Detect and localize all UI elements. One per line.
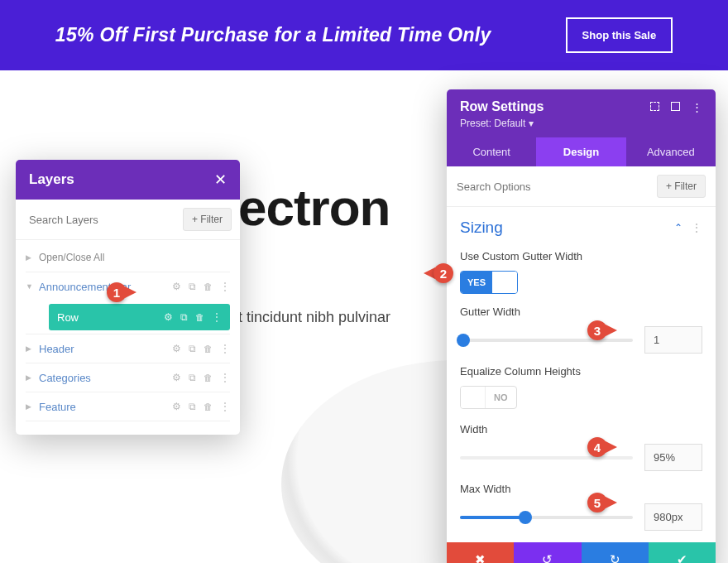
field-width: Width 95% (447, 415, 716, 474)
save-button[interactable]: ✔ (649, 542, 716, 563)
chevron-up-icon: ⌃ (674, 222, 682, 233)
layers-list: ▶ Open/Close All ▼ Announcement Bar Row (16, 240, 240, 435)
chevron-right-icon: ▶ (26, 402, 34, 411)
cancel-button[interactable]: ✖ (447, 542, 514, 563)
expand-icon[interactable] (650, 101, 659, 113)
preset-selector[interactable]: Preset: Default ▾ (460, 118, 702, 129)
more-icon[interactable] (220, 343, 230, 354)
gutter-width-value[interactable]: 1 (644, 326, 702, 354)
tab-design[interactable]: Design (536, 137, 625, 166)
layer-label: Announcement Bar (39, 281, 172, 293)
close-icon[interactable]: ✕ (214, 171, 227, 189)
toggle-knob (461, 387, 486, 408)
redo-button[interactable]: ↻ (582, 542, 649, 563)
duplicate-icon[interactable] (189, 372, 196, 383)
row-settings-panel: Row Settings Preset: Default ▾ Content D… (447, 89, 716, 563)
slider-width[interactable] (460, 456, 633, 460)
chevron-right-icon: ▶ (26, 344, 34, 353)
layers-header: Layers ✕ (16, 160, 240, 200)
toggle-knob (492, 272, 517, 293)
layer-item-row-active[interactable]: Row (49, 304, 230, 330)
layers-title: Layers (29, 171, 74, 188)
slider-thumb[interactable] (519, 511, 532, 524)
width-value[interactable]: 95% (644, 444, 702, 471)
toggle-yes-label: YES (461, 272, 492, 293)
shop-sale-button[interactable]: Shop this Sale (566, 17, 673, 53)
undo-button[interactable]: ↺ (514, 542, 581, 563)
more-icon[interactable] (220, 372, 230, 383)
field-equalize-heights: Equalize Column Heights NO (447, 357, 716, 415)
trash-icon[interactable] (204, 343, 213, 354)
settings-tabs: Content Design Advanced (447, 137, 716, 166)
max-width-value[interactable]: 980px (644, 503, 702, 531)
field-label: Width (460, 423, 702, 435)
section-sizing-header[interactable]: Sizing ⌃ (447, 207, 716, 242)
layer-label: Row (57, 311, 164, 324)
layer-item-announcement-bar[interactable]: ▼ Announcement Bar (16, 272, 240, 301)
more-icon[interactable] (692, 101, 702, 113)
settings-title: Row Settings (460, 99, 650, 114)
trash-icon[interactable] (204, 401, 213, 412)
chevron-right-icon: ▶ (26, 373, 34, 382)
field-label: Equalize Column Heights (460, 365, 702, 378)
hero-subtext-fragment: t tincidunt nibh pulvinar (238, 309, 390, 326)
tab-advanced[interactable]: Advanced (626, 137, 716, 166)
gear-icon[interactable] (172, 401, 181, 412)
gear-icon[interactable] (172, 343, 181, 354)
stage: ectron t tincidunt nibh pulvinar Layers … (0, 70, 728, 563)
field-label: Max Width (460, 483, 702, 495)
settings-search-input[interactable] (457, 180, 657, 193)
layer-item-categories[interactable]: ▶ Categories (16, 363, 240, 392)
layer-item-header[interactable]: ▶ Header (16, 334, 240, 363)
field-label: Gutter Width (460, 306, 702, 318)
field-gutter-width: Gutter Width 1 (447, 297, 716, 357)
open-close-all[interactable]: ▶ Open/Close All (16, 243, 240, 272)
settings-search-row: + Filter (447, 166, 716, 207)
duplicate-icon[interactable] (180, 311, 188, 323)
settings-header: Row Settings Preset: Default ▾ (447, 89, 716, 137)
layers-search-input[interactable] (29, 214, 183, 226)
trash-icon[interactable] (204, 372, 213, 383)
gear-icon[interactable] (164, 311, 173, 323)
chevron-down-icon: ▼ (26, 282, 34, 291)
more-icon[interactable] (212, 311, 222, 323)
more-icon[interactable] (220, 401, 230, 412)
slider-thumb[interactable] (457, 334, 470, 347)
duplicate-icon[interactable] (189, 343, 196, 354)
layers-filter-button[interactable]: + Filter (183, 208, 232, 231)
more-icon[interactable] (220, 281, 230, 292)
field-max-width: Max Width 980px (447, 474, 716, 542)
trash-icon[interactable] (204, 281, 213, 292)
slider-gutter-width[interactable] (460, 339, 633, 342)
slider-max-width[interactable] (460, 516, 633, 519)
layer-label: Categories (39, 372, 172, 384)
layers-search-row: + Filter (16, 200, 240, 240)
promo-text: 15% Off First Purchase for a Limited Tim… (55, 24, 491, 46)
gear-icon[interactable] (172, 281, 181, 292)
section-title: Sizing (460, 219, 674, 237)
promo-bar: 15% Off First Purchase for a Limited Tim… (0, 0, 728, 70)
field-custom-gutter: Use Custom Gutter Width YES (447, 242, 716, 297)
toggle-no-label: NO (486, 392, 516, 402)
layer-label: Header (39, 343, 172, 355)
layer-item-feature[interactable]: ▶ Feature (16, 392, 240, 421)
gear-icon[interactable] (172, 372, 181, 383)
toggle-equalize[interactable]: NO (460, 386, 517, 409)
layer-label: Feature (39, 401, 172, 413)
action-bar: ✖ ↺ ↻ ✔ (447, 542, 716, 563)
chevron-right-icon: ▶ (26, 253, 34, 262)
hero-heading-fragment: ectron (238, 178, 390, 237)
field-label: Use Custom Gutter Width (460, 250, 702, 262)
tab-content[interactable]: Content (447, 137, 536, 166)
settings-filter-button[interactable]: + Filter (657, 175, 706, 198)
more-icon[interactable] (691, 221, 702, 234)
layers-panel: Layers ✕ + Filter ▶ Open/Close All ▼ Ann… (16, 160, 240, 435)
duplicate-icon[interactable] (189, 281, 196, 292)
columns-icon[interactable] (671, 101, 680, 113)
trash-icon[interactable] (195, 311, 204, 323)
toggle-custom-gutter[interactable]: YES (460, 271, 518, 294)
duplicate-icon[interactable] (189, 401, 196, 412)
